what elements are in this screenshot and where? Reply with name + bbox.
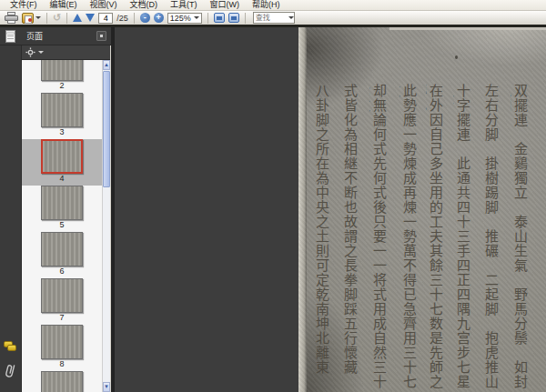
chevron-down-icon	[288, 16, 294, 19]
attachments-paperclip-icon[interactable]	[5, 363, 16, 383]
menu-item[interactable]: 文档(D)	[124, 0, 165, 10]
thumbnail-image[interactable]	[41, 60, 83, 81]
fit-width-icon	[214, 13, 225, 23]
thumbnail-list: 2345678	[22, 60, 102, 392]
zoom-out-icon: -	[140, 13, 150, 23]
thumbnail-image[interactable]	[41, 325, 83, 359]
manuscript-text-column: 八卦脚之所在為中央之土則可定乾南坤北離東	[312, 84, 329, 392]
rotate-button-disabled: ↺	[53, 12, 61, 25]
thumbnail-page-number: 4	[59, 174, 64, 184]
paper-top-edge	[389, 27, 546, 30]
find-combo[interactable]	[253, 12, 295, 24]
thumbnail-image[interactable]	[41, 93, 83, 127]
menu-item[interactable]: 帮助(H)	[246, 0, 287, 10]
menu-item[interactable]: 视图(V)	[84, 0, 124, 10]
page-thumbnail[interactable]: 5	[22, 186, 102, 232]
manuscript-text-column: 十字擺連 此通共四十三手四正四隅九宫步七星八步	[453, 84, 470, 392]
zoom-in-icon: +	[154, 13, 164, 23]
previous-page-icon	[73, 14, 82, 22]
gear-icon[interactable]	[25, 47, 35, 57]
next-page-button[interactable]	[86, 12, 95, 25]
manuscript-text-column: 在外因自己多坐用的工夫其餘三十七数是先師之傳也	[426, 84, 443, 392]
rotate-icon: ↺	[53, 13, 61, 23]
thumbnail-page-number: 7	[59, 313, 64, 323]
menu-item[interactable]: 窗口(W)	[204, 0, 247, 10]
page-thumbnail[interactable]: 3	[22, 93, 102, 139]
document-pane[interactable]: 双擺連 金鷄獨立 泰山生氣 野馬分鬃 如封似閉左右分脚 掛樹踢脚 推碾 二起脚 …	[115, 27, 546, 392]
fit-width-button[interactable]	[214, 12, 225, 25]
page-thumbnail[interactable]: 4	[22, 139, 102, 186]
panel-title: 页面	[26, 30, 96, 42]
thumbnail-page-number: 6	[59, 266, 64, 276]
thumbnail-page-number: 2	[59, 81, 64, 91]
panel-options-button[interactable]	[96, 31, 106, 41]
previous-page-button[interactable]	[73, 12, 82, 25]
thumbnail-image[interactable]	[41, 186, 83, 220]
navigation-panel: 页面	[0, 27, 111, 392]
thumbnails-scrollbar[interactable]: ▲ ▼	[102, 60, 110, 392]
zoom-out-button[interactable]: -	[140, 12, 150, 25]
find-input[interactable]	[256, 14, 287, 22]
toolbar-separator	[46, 13, 47, 24]
page-number-input[interactable]	[98, 13, 113, 24]
paper-speck	[455, 55, 458, 59]
chevron-down-icon	[35, 16, 41, 19]
fit-page-icon	[228, 13, 239, 23]
thumbnail-image[interactable]	[41, 139, 83, 174]
comments-icon[interactable]	[4, 341, 17, 352]
thumbnail-page-number: 5	[59, 220, 64, 230]
chevron-down-icon	[194, 16, 199, 19]
scanned-manuscript-page: 双擺連 金鷄獨立 泰山生氣 野馬分鬃 如封似閉左右分脚 掛樹踢脚 推碾 二起脚 …	[298, 27, 546, 392]
thumbnails-area: 2345678 ▲ ▼	[22, 60, 110, 392]
manuscript-text-column: 却無論何式先何式後只要一一将式用成自然三十七数	[369, 84, 387, 392]
zoom-level-value: 125%	[170, 14, 191, 23]
toolbar-separator	[245, 13, 246, 24]
page-thumbnail[interactable]	[22, 371, 102, 392]
toolbar-separator	[134, 13, 135, 24]
menu-item[interactable]: 文件(F)	[4, 0, 44, 10]
print-icon	[5, 12, 18, 24]
scroll-down-icon[interactable]: ▼	[103, 382, 110, 392]
manuscript-text-column: 式皆化為相継不断也故謂之長拳脚踩五行懷藏	[340, 84, 358, 392]
print-button[interactable]	[5, 12, 18, 25]
thumbnails-options-bar	[22, 45, 110, 60]
thumbnail-image[interactable]	[41, 278, 83, 313]
pages-icon[interactable]	[5, 30, 15, 43]
panel-tab-strip	[0, 45, 22, 392]
zoom-in-button[interactable]: +	[154, 12, 164, 25]
zoom-level-combo[interactable]: 125%	[167, 13, 202, 24]
toolbar-separator	[66, 13, 67, 24]
page-thumbnail[interactable]: 8	[22, 325, 102, 371]
pdf-reader-window: 文件(F)编辑(E)视图(V)文档(D)工具(T)窗口(W)帮助(H) ↺ /2…	[0, 0, 546, 392]
manuscript-text-column: 左右分脚 掛樹踢脚 推碾 二起脚 抱虎推山	[481, 84, 499, 392]
paper-grain	[298, 27, 546, 392]
fit-page-button[interactable]	[228, 12, 239, 25]
toolbar-separator	[207, 13, 208, 24]
window-body: 页面	[0, 27, 546, 392]
page-thumbnail[interactable]: 2	[22, 60, 102, 93]
thumbnail-image[interactable]	[41, 232, 83, 266]
menu-bar: 文件(F)编辑(E)视图(V)文档(D)工具(T)窗口(W)帮助(H)	[0, 0, 546, 11]
scroll-up-icon[interactable]: ▲	[103, 60, 110, 70]
thumbnail-image[interactable]	[41, 371, 83, 392]
manuscript-text-column: 此勢應一勢煉成再煉一勢萬不得已急齊用三十七数	[399, 84, 417, 392]
menu-item[interactable]: 工具(T)	[164, 0, 204, 10]
email-icon	[22, 13, 34, 24]
page-total-label: /25	[116, 14, 128, 23]
menu-item[interactable]: 编辑(E)	[44, 0, 84, 10]
thumbnail-page-number: 8	[59, 359, 64, 369]
page-thumbnail[interactable]: 6	[22, 232, 102, 278]
scrollbar-thumb[interactable]	[103, 71, 110, 187]
thumbnail-page-number: 3	[59, 127, 64, 137]
email-button[interactable]	[22, 12, 41, 25]
manuscript-text-column: 双擺連 金鷄獨立 泰山生氣 野馬分鬃 如封似閉	[511, 84, 528, 392]
page-thumbnail[interactable]: 7	[22, 278, 102, 325]
next-page-icon	[86, 14, 95, 22]
pages-panel-header: 页面	[0, 27, 111, 45]
main-toolbar: ↺ /25 - + 125%	[0, 11, 546, 25]
chevron-down-icon	[38, 51, 44, 54]
